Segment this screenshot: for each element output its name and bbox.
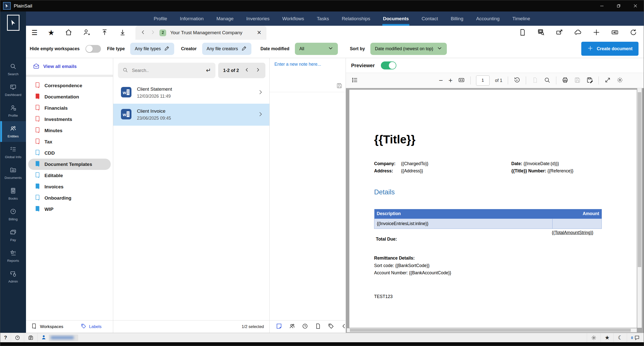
tab-workflows[interactable]: Workflows — [282, 12, 305, 26]
people-tab-icon[interactable] — [289, 323, 295, 330]
create-document-button[interactable]: Create document — [581, 42, 638, 56]
tab-manage[interactable]: Manage — [216, 12, 234, 26]
tab-documents[interactable]: Documents — [382, 12, 409, 26]
plus-icon[interactable] — [592, 28, 600, 37]
upload-icon[interactable] — [101, 28, 108, 37]
file-type-filter[interactable]: Any file types — [130, 43, 174, 55]
tag-tab-icon[interactable] — [328, 323, 334, 330]
sidebar-item-pay[interactable]: Pay — [0, 225, 26, 246]
history-tab-icon[interactable] — [302, 323, 308, 330]
add-person-icon[interactable] — [83, 28, 90, 37]
tab-billing[interactable]: Billing — [450, 12, 464, 26]
sort-by-filter[interactable]: Date modified (newest on top) — [370, 43, 446, 55]
fit-width-icon[interactable] — [458, 77, 465, 84]
creator-filter[interactable]: Any file creators — [202, 43, 252, 55]
notifications-button[interactable]: 0 — [627, 333, 644, 342]
chevron-right-icon[interactable] — [258, 89, 264, 96]
sidebar-item-documents[interactable]: Documents — [0, 163, 26, 183]
sidebar-item-dashboard[interactable]: Dashboard — [0, 80, 26, 100]
dark-mode-button[interactable]: ☾ — [614, 333, 627, 342]
minimize-button[interactable] — [594, 0, 610, 12]
tab-relationships[interactable]: Relationships — [341, 12, 370, 26]
favorites-icon[interactable]: ★ — [48, 29, 54, 36]
current-user[interactable] — [38, 334, 78, 341]
page-next-icon[interactable] — [255, 67, 260, 74]
favorites-button[interactable]: ★ — [600, 333, 614, 342]
entity-tab[interactable]: 2 Your Trust Management Company ✕ — [136, 26, 266, 40]
view-all-emails-link[interactable]: View all emails — [26, 58, 113, 75]
sidebar-item-profile[interactable]: Profile — [0, 100, 26, 121]
date-modified-filter[interactable]: All — [295, 43, 338, 55]
sidebar-item-books[interactable]: Books — [0, 183, 26, 204]
hide-empty-toggle[interactable] — [86, 45, 101, 53]
workspace-item-financials[interactable]: Financials — [28, 102, 111, 114]
save-note-icon[interactable] — [336, 82, 342, 90]
tab-timeline[interactable]: Timeline — [512, 12, 530, 26]
page-icon[interactable] — [518, 28, 526, 37]
horizontal-scrollbar[interactable] — [347, 328, 637, 332]
vertical-scrollbar[interactable] — [637, 88, 642, 328]
saved-items-button[interactable] — [24, 333, 38, 342]
tab-accounting[interactable]: Accounting — [476, 12, 500, 26]
sidebar-item-entities[interactable]: Entities — [0, 121, 26, 142]
rotate-icon[interactable] — [514, 77, 520, 84]
tab-inventories[interactable]: Inventories — [246, 12, 270, 26]
home-icon[interactable] — [65, 28, 72, 37]
file-row-client-statement[interactable]: w Client Statement 12/03/2026 11:49 — [113, 82, 270, 104]
workspace-item-documentation[interactable]: Documentation — [28, 91, 111, 102]
workspace-item-wip[interactable]: WIP — [28, 204, 111, 215]
workspace-item-tax[interactable]: Tax — [28, 136, 111, 148]
tab-tasks[interactable]: Tasks — [316, 12, 330, 26]
import-tab-icon[interactable] — [611, 28, 619, 37]
workspace-item-correspondence[interactable]: Correspondence — [28, 80, 111, 91]
sidebar-item-billing[interactable]: Billing — [0, 204, 26, 225]
save-as-icon[interactable] — [586, 77, 593, 84]
scrollbar-thumb[interactable] — [638, 92, 641, 267]
recent-activity-button[interactable] — [11, 333, 24, 342]
document-tab-icon[interactable] — [315, 323, 321, 330]
cloud-icon[interactable] — [574, 28, 582, 37]
file-row-client-invoice[interactable]: w Client Invoice 23/06/2025 09:45 — [113, 104, 270, 126]
outline-panel-icon[interactable] — [351, 77, 358, 84]
chevron-right-icon[interactable] — [258, 111, 264, 118]
forward-icon[interactable] — [150, 30, 156, 36]
sidebar-item-search[interactable]: Search — [0, 59, 26, 80]
tab-profile[interactable]: Profile — [153, 12, 168, 26]
sidebar-item-reports[interactable]: Reports — [0, 246, 26, 266]
notes-tab-icon[interactable] — [276, 323, 282, 330]
workspace-item-invoices[interactable]: Invoices — [28, 181, 111, 192]
workspace-item-document-templates[interactable]: Document Templates — [28, 159, 111, 170]
new-note-input[interactable] — [274, 62, 342, 81]
sidebar-item-admin[interactable]: Admin — [0, 266, 26, 287]
screen-search-icon[interactable] — [537, 28, 545, 37]
menu-icon[interactable]: ☰ — [32, 30, 38, 36]
page-prev-icon[interactable] — [244, 67, 250, 74]
print-icon[interactable] — [562, 77, 568, 84]
file-search[interactable]: ↵ — [118, 63, 216, 78]
search-input[interactable] — [132, 68, 202, 73]
workspace-item-investments[interactable]: Investments — [28, 114, 111, 125]
page-number-input[interactable] — [476, 76, 490, 86]
close-tab-icon[interactable]: ✕ — [257, 30, 262, 36]
workspaces-tab[interactable]: Workspaces — [40, 324, 63, 329]
settings-button[interactable] — [587, 333, 600, 342]
expand-icon[interactable] — [604, 77, 611, 84]
labels-tab[interactable]: Labels — [81, 323, 102, 330]
settings-icon[interactable] — [616, 77, 623, 84]
back-icon[interactable] — [140, 30, 146, 36]
workspace-item-minutes[interactable]: Minutes — [28, 125, 111, 136]
refresh-icon[interactable] — [630, 28, 637, 37]
tab-information[interactable]: Information — [180, 12, 204, 26]
close-button[interactable] — [627, 0, 644, 12]
workspace-item-editable[interactable]: Editable — [28, 170, 111, 181]
workspace-item-onboarding[interactable]: Onboarding — [28, 192, 111, 204]
zoom-in-icon[interactable]: + — [448, 77, 452, 84]
help-button[interactable]: ? — [0, 333, 11, 342]
maximize-button[interactable] — [610, 0, 627, 12]
scrollbar-thumb[interactable] — [350, 329, 631, 332]
search-document-icon[interactable] — [544, 77, 550, 84]
previewer-toggle[interactable] — [381, 62, 396, 70]
workspace-item-cdd[interactable]: CDD — [28, 148, 111, 159]
download-icon[interactable] — [119, 28, 126, 37]
sidebar-item-global-info[interactable]: Global Info — [0, 142, 26, 163]
